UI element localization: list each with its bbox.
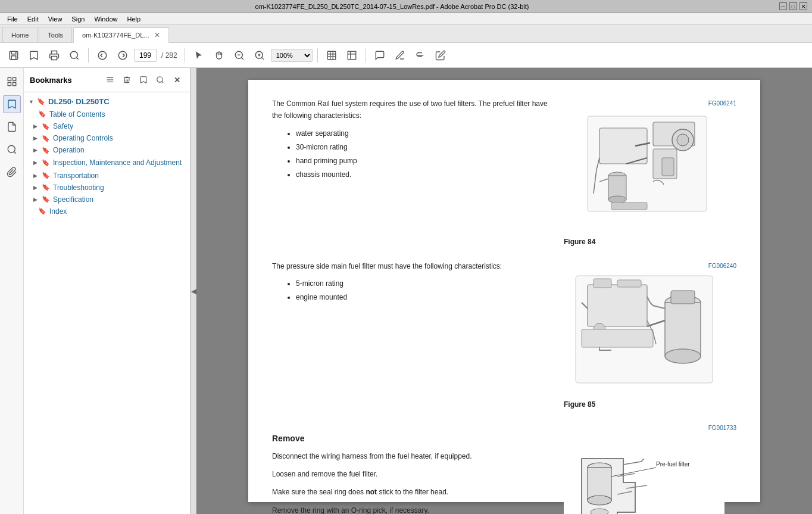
sidebar-item-operation[interactable]: ▶ 🔖 Operation	[24, 144, 190, 156]
toolbar-cursor-icon[interactable]	[190, 46, 208, 64]
section2-bullets: 5-micron rating engine mounted	[296, 278, 552, 303]
toolbar-search-icon[interactable]	[65, 46, 83, 64]
sidebar-item-transportation[interactable]: ▶ 🔖 Transportation	[24, 170, 190, 182]
spec-label: Specification	[53, 195, 93, 204]
toolbar-next-page-icon[interactable]	[114, 46, 132, 64]
bookmark-root-item[interactable]: ▼ 🔖 DL250· DL250TC	[24, 95, 190, 108]
sidebar-item-table-of-contents[interactable]: 🔖 Table of Contents	[24, 108, 190, 120]
separator-2	[185, 48, 185, 63]
figure84-id: FG006241	[708, 100, 736, 107]
section2-text: The pressure side main fuel filter must …	[272, 260, 552, 309]
left-panel	[0, 68, 24, 514]
remove-p4: Remove the ring with an O-ring pick, if …	[272, 504, 552, 514]
svg-rect-40	[594, 279, 611, 288]
remove-title: Remove	[272, 432, 552, 445]
remove-p1: Disconnect the wiring harness from the f…	[272, 450, 552, 462]
sidebar-search-btn[interactable]	[153, 73, 167, 87]
menu-view[interactable]: View	[43, 14, 67, 24]
tab-tools[interactable]: Tools	[39, 27, 72, 42]
sidebar-title: Bookmarks	[30, 76, 72, 85]
toolbar-snapshot-icon[interactable]	[343, 46, 361, 64]
left-icon-pages[interactable]	[3, 118, 21, 136]
op-chevron-icon: ▶	[33, 147, 39, 153]
sidebar-item-index[interactable]: 🔖 Index	[24, 205, 190, 217]
toolbar-prev-page-icon[interactable]	[93, 46, 111, 64]
tab-document[interactable]: om-K1023774FE_DL... ✕	[73, 27, 169, 43]
svg-point-21	[157, 77, 163, 82]
toolbar-comment-icon[interactable]	[371, 46, 389, 64]
sidebar-item-specification[interactable]: ▶ 🔖 Specification	[24, 194, 190, 205]
svg-point-17	[8, 145, 15, 152]
section1-para1: The Common Rail fuel system requires the…	[272, 98, 552, 122]
svg-point-2	[70, 51, 77, 58]
index-bookmark-icon: 🔖	[38, 207, 46, 215]
menu-window[interactable]: Window	[89, 14, 122, 24]
sidebar-actions: ✕	[103, 73, 184, 87]
svg-rect-1	[52, 56, 57, 60]
bullet-item: hand priming pump	[296, 155, 552, 167]
svg-point-48	[591, 509, 608, 514]
pdf-content: The Common Rail fuel system requires the…	[272, 98, 736, 514]
left-icon-tools[interactable]	[3, 73, 21, 91]
pdf-area[interactable]: The Common Rail fuel system requires the…	[196, 68, 812, 514]
bullet-item: 5-micron rating	[296, 278, 552, 289]
svg-rect-16	[13, 83, 15, 86]
root-chevron-icon: ▼	[29, 99, 35, 105]
sidebar-close-btn[interactable]: ✕	[170, 73, 184, 87]
toolbar-highlight-icon[interactable]	[391, 46, 409, 64]
minimize-button[interactable]: ─	[779, 2, 787, 10]
separator-4	[366, 48, 366, 63]
svg-rect-31	[662, 158, 674, 176]
svg-rect-23	[599, 128, 647, 164]
maximize-button[interactable]: □	[789, 2, 797, 10]
left-icon-bookmarks[interactable]	[3, 95, 21, 113]
tab-home[interactable]: Home	[2, 27, 38, 42]
insp-chevron-icon: ▶	[33, 160, 39, 166]
sidebar-item-inspection[interactable]: ▶ 🔖 Inspection, Maintenance and Adjustme…	[24, 156, 190, 170]
section2-para1: The pressure side main fuel filter must …	[272, 260, 552, 272]
sidebar-item-operating-controls[interactable]: ▶ 🔖 Operating Controls	[24, 132, 190, 144]
toolbar-zoom-out-icon[interactable]	[230, 46, 248, 64]
figure86-id: FG001733	[708, 425, 736, 431]
trans-label: Transportation	[53, 172, 99, 180]
sidebar-action-menu[interactable]	[103, 73, 117, 87]
toolbar-print-icon[interactable]	[45, 46, 63, 64]
trans-chevron-icon: ▶	[33, 173, 39, 179]
svg-rect-37	[665, 303, 701, 356]
menu-file[interactable]: File	[2, 14, 23, 24]
left-icon-attachment[interactable]	[3, 163, 21, 181]
toolbar-save-icon[interactable]	[5, 46, 23, 64]
toolbar-strikethrough-icon[interactable]	[411, 46, 429, 64]
main-area: Bookmarks ✕ ▼ 🔖	[0, 68, 812, 514]
index-label: Index	[49, 207, 67, 216]
toolbar-hand-icon[interactable]	[210, 46, 228, 64]
tab-close-icon[interactable]: ✕	[154, 31, 160, 39]
figure85-block: FG006240	[564, 260, 736, 411]
menu-help[interactable]: Help	[123, 14, 146, 24]
safety-label: Safety	[53, 122, 73, 130]
left-icon-search[interactable]	[3, 141, 21, 158]
oc-chevron-icon: ▶	[33, 135, 39, 141]
figure86-drawing	[564, 435, 724, 514]
toolbar-sign-icon[interactable]	[432, 46, 449, 64]
sidebar-item-safety[interactable]: ▶ 🔖 Safety	[24, 120, 190, 132]
sidebar-delete-btn[interactable]	[120, 73, 134, 87]
title-bar-text: om-K1023774FE_DL250_DL250TC_2014-07-15_L…	[5, 3, 779, 10]
close-button[interactable]: ✕	[799, 2, 807, 10]
zoom-select[interactable]: 100% 75% 125% 150%	[271, 49, 313, 62]
svg-point-27	[677, 134, 689, 146]
figure84-drawing	[564, 110, 724, 229]
toolbar-bookmark-icon[interactable]	[25, 46, 43, 64]
toolbar-fit-page-icon[interactable]	[323, 46, 341, 64]
menu-sign[interactable]: Sign	[67, 14, 89, 24]
toolbar-zoom-in-icon[interactable]	[251, 46, 268, 64]
sidebar-item-troubleshooting[interactable]: ▶ 🔖 Troubleshooting	[24, 182, 190, 194]
menu-edit[interactable]: Edit	[23, 14, 43, 24]
separator-1	[88, 48, 89, 63]
sidebar-collapse-handle[interactable]: ◀	[190, 68, 196, 514]
pdf-page: The Common Rail fuel system requires the…	[248, 80, 760, 502]
op-label: Operation	[53, 146, 85, 154]
page-number-input[interactable]: 199	[134, 49, 157, 62]
spec-chevron-icon: ▶	[33, 197, 39, 203]
sidebar-add-btn[interactable]	[136, 73, 151, 87]
